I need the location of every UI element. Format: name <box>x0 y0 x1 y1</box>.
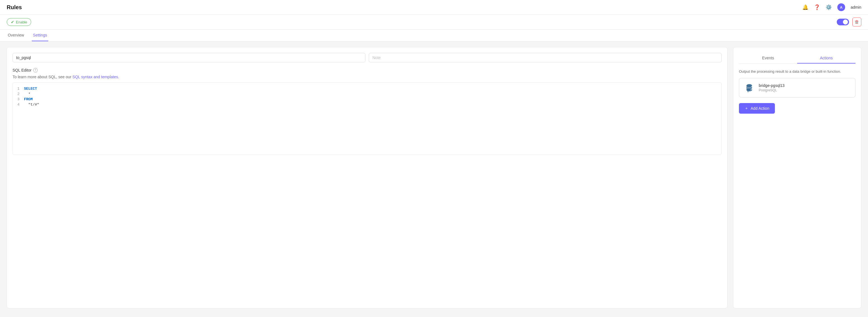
header: Rules 🔔 ❓ ⚙️ A admin <box>0 0 868 15</box>
input-row <box>12 53 722 62</box>
code-line-3: 3 FROM <box>13 97 721 102</box>
panel-description: Output the processing result to a data b… <box>739 69 856 73</box>
delete-button[interactable]: 🗑 <box>852 18 861 27</box>
page-title: Rules <box>7 4 22 10</box>
toolbar: ✔ Enable 🗑 <box>0 15 868 30</box>
right-panel: Events Actions Output the processing res… <box>733 47 861 308</box>
bell-icon[interactable]: 🔔 <box>802 4 808 10</box>
note-input[interactable] <box>369 53 722 62</box>
rule-name-input[interactable] <box>12 53 366 62</box>
code-line-1: 1 SELECT <box>13 86 721 91</box>
bridge-card[interactable]: bridge-pgsql13 PostgreSQL <box>739 78 856 97</box>
bridge-name: bridge-pgsql13 <box>759 83 785 88</box>
check-icon: ✔ <box>11 20 14 24</box>
sql-learn-more: To learn more about SQL, see our SQL syn… <box>12 75 722 79</box>
tab-overview[interactable]: Overview <box>7 30 25 41</box>
add-action-button[interactable]: ＋ Add Action <box>739 103 775 114</box>
admin-label: admin <box>851 5 861 9</box>
postgresql-icon <box>744 82 755 93</box>
panel-tabs: Events Actions <box>739 53 856 64</box>
panel-tab-actions[interactable]: Actions <box>797 53 856 64</box>
tabs-bar: Overview Settings <box>0 30 868 41</box>
header-right: 🔔 ❓ ⚙️ A admin <box>802 3 861 11</box>
add-action-label: Add Action <box>751 106 769 110</box>
left-panel: SQL Editor ? To learn more about SQL, se… <box>7 47 727 308</box>
bridge-type: PostgreSQL <box>759 88 785 92</box>
enable-toggle[interactable] <box>837 19 849 25</box>
sql-syntax-link[interactable]: SQL syntax and templates. <box>72 75 119 79</box>
help-circle-icon[interactable]: ❓ <box>814 4 820 10</box>
code-lines: 1 SELECT 2 * 3 FROM 4 "t/#" <box>13 83 721 110</box>
toolbar-right: 🗑 <box>837 18 861 27</box>
enable-button[interactable]: ✔ Enable <box>7 18 31 26</box>
tab-settings[interactable]: Settings <box>32 30 48 41</box>
plus-icon: ＋ <box>745 106 748 111</box>
avatar: A <box>837 3 845 11</box>
settings-icon[interactable]: ⚙️ <box>826 4 832 10</box>
main-content: SQL Editor ? To learn more about SQL, se… <box>0 41 868 314</box>
code-line-2: 2 * <box>13 91 721 97</box>
sql-editor-label: SQL Editor ? <box>12 68 722 72</box>
panel-tab-events[interactable]: Events <box>739 53 797 64</box>
code-line-4: 4 "t/#" <box>13 102 721 107</box>
sql-help-icon[interactable]: ? <box>33 68 38 72</box>
enable-label: Enable <box>16 20 27 24</box>
code-editor[interactable]: 1 SELECT 2 * 3 FROM 4 "t/#" <box>12 83 722 155</box>
bridge-info: bridge-pgsql13 PostgreSQL <box>759 83 785 92</box>
